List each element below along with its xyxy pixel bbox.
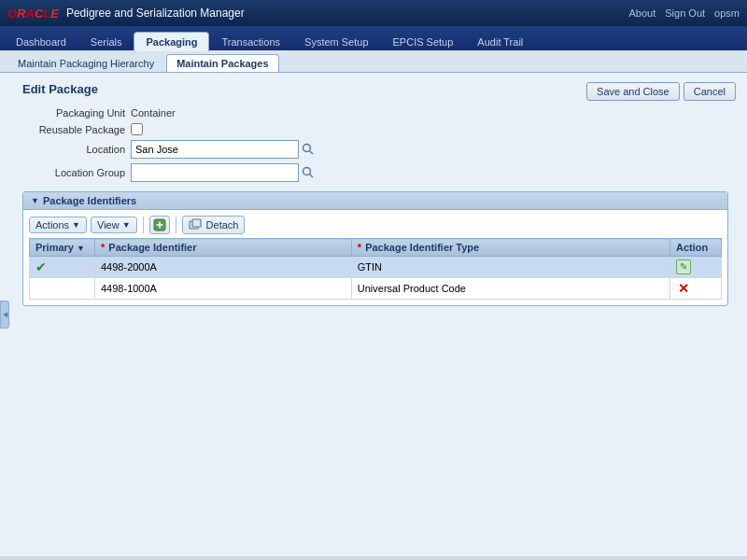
detach-label: Detach [206,219,239,231]
sign-out-link[interactable]: Sign Out [665,7,705,19]
package-identifiers-table: Primary ▼ * Package Identifier * Package… [29,238,722,300]
location-group-label: Location Group [22,167,125,178]
nav-tab-serials[interactable]: Serials [78,32,134,51]
page-title: Edit Package [22,82,98,96]
required-star-identifier: * [101,242,105,253]
table-toolbar: Actions ▼ View ▼ [29,216,722,234]
nav-bar: Dashboard Serials Packaging Transactions… [0,26,747,50]
cell-type-1: GTIN [351,257,669,278]
actions-label: Actions [35,219,69,231]
edit-button-1[interactable]: ✎ [676,259,691,274]
location-group-search-icon [302,166,315,179]
cell-primary-1: ✔ [30,257,95,278]
location-group-field-container [131,163,316,182]
col-header-identifier: * Package Identifier [95,239,352,257]
top-bar-actions: About Sign Out opsm [629,7,740,19]
nav-tab-transactions[interactable]: Transactions [209,32,292,51]
location-group-row: Location Group [22,163,736,182]
left-drag-handle[interactable] [0,301,9,329]
collapse-arrow-icon: ▼ [31,196,39,205]
view-label: View [97,219,120,231]
section-content: Actions ▼ View ▼ [23,210,727,305]
search-icon [302,143,315,156]
col-header-identifier-type: * Package Identifier Type [351,239,669,257]
reusable-package-label: Reusable Package [22,124,125,135]
location-group-input[interactable] [131,163,299,182]
table-row[interactable]: ✔ 4498-2000A GTIN ✎ [30,257,722,278]
location-row: Location [22,140,736,159]
packaging-unit-row: Packaging Unit Container [22,107,736,119]
actions-button[interactable]: Actions ▼ [29,217,87,233]
cancel-button[interactable]: Cancel [684,82,736,101]
view-dropdown-icon: ▼ [122,220,131,230]
location-group-search-button[interactable] [301,165,316,180]
content-area: Edit Package Save and Close Cancel Packa… [0,73,747,556]
cell-action-1: ✎ [670,257,722,278]
delete-button-2[interactable]: ✕ [676,281,691,296]
sub-tab-bar: Maintain Packaging Hierarchy Maintain Pa… [0,50,747,73]
toolbar-separator-2 [176,217,176,233]
cell-identifier-2: 4498-1000A [95,278,352,300]
location-field-container [131,140,316,159]
oracle-logo: ORACLE [7,7,59,21]
nav-tab-dashboard[interactable]: Dashboard [4,32,78,51]
table-row[interactable]: 4498-1000A Universal Product Code ✕ [30,278,722,300]
svg-point-2 [303,168,311,175]
svg-line-1 [310,151,314,155]
cell-primary-2 [30,278,95,300]
reusable-package-row: Reusable Package [22,123,736,135]
svg-line-3 [310,175,314,178]
packaging-unit-value: Container [131,107,176,119]
cell-action-2: ✕ [670,278,722,300]
add-row-button[interactable] [149,216,170,234]
primary-sort-icon[interactable]: ▼ [77,244,85,253]
sub-tab-maintain-hierarchy[interactable]: Maintain Packaging Hierarchy [7,54,164,72]
cell-type-2: Universal Product Code [351,278,669,300]
sub-tab-maintain-packages[interactable]: Maintain Packages [166,54,278,72]
cell-identifier-1: 4498-2000A [95,257,352,278]
actions-dropdown-icon: ▼ [72,220,80,230]
about-link[interactable]: About [629,7,656,19]
location-label: Location [22,144,125,155]
package-identifiers-panel: ▼ Package Identifiers Actions ▼ View ▼ [22,191,728,306]
packaging-unit-label: Packaging Unit [22,107,125,119]
nav-tab-system-setup[interactable]: System Setup [292,32,380,51]
app-title: Pedigree and Serialization Manager [66,7,245,20]
nav-tab-audit-trail[interactable]: Audit Trail [465,32,535,51]
detach-icon [189,218,202,231]
svg-rect-8 [192,219,201,227]
col-header-primary: Primary ▼ [30,239,95,257]
user-link[interactable]: opsm [714,7,740,19]
save-and-close-button[interactable]: Save and Close [586,82,680,101]
logo-area: ORACLE Pedigree and Serialization Manage… [7,7,245,21]
reusable-package-checkbox[interactable] [131,123,143,135]
location-input[interactable] [131,140,299,159]
nav-tab-packaging[interactable]: Packaging [134,32,209,51]
svg-point-0 [303,145,311,152]
view-button[interactable]: View ▼ [91,217,137,233]
top-bar: ORACLE Pedigree and Serialization Manage… [0,0,747,26]
primary-checkmark-icon: ✔ [35,259,47,274]
section-title: Package Identifiers [43,195,136,206]
col-header-action: Action [670,239,722,257]
section-header[interactable]: ▼ Package Identifiers [23,192,727,210]
table-header-row: Primary ▼ * Package Identifier * Package… [30,239,722,257]
location-search-button[interactable] [301,142,316,157]
toolbar-separator [143,217,144,233]
nav-tab-epcis-setup[interactable]: EPCIS Setup [381,32,466,51]
detach-button[interactable]: Detach [182,216,246,234]
add-icon [153,218,166,231]
required-star-type: * [358,242,361,253]
